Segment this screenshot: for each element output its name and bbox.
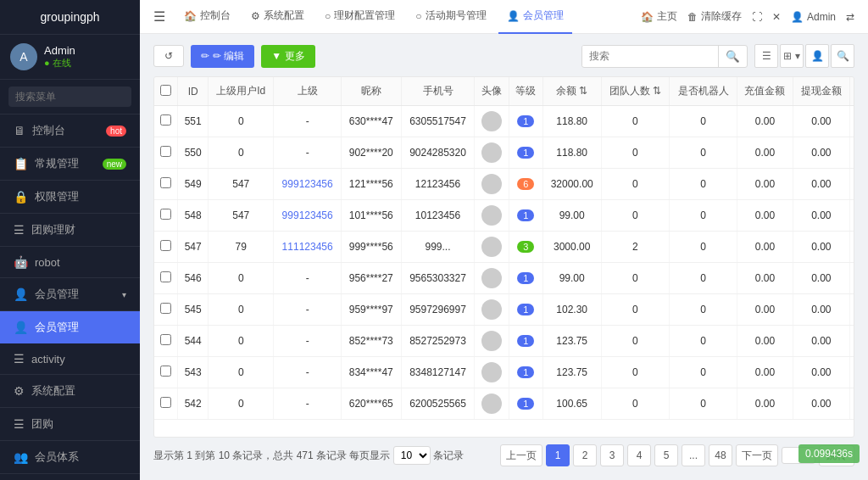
cell-phone: 6200525565: [401, 388, 475, 420]
page-2-button[interactable]: 2: [573, 444, 597, 466]
tab-member-mgmt[interactable]: 👤 会员管理: [498, 0, 572, 34]
cell-invite: 0: [849, 357, 854, 388]
cell-invite: 0: [849, 326, 854, 357]
row-checkbox[interactable]: [160, 240, 171, 251]
tab-dashboard[interactable]: 🏠 控制台: [175, 0, 239, 34]
table-body: 551 0 - 630****47 6305517547 1 118.80 0 …: [154, 106, 854, 420]
cell-recharge: 0.00: [737, 263, 793, 294]
row-checkbox[interactable]: [160, 397, 171, 408]
search-button[interactable]: 🔍: [718, 46, 747, 67]
tab-system-config[interactable]: ⚙ 系统配置: [242, 0, 313, 34]
user-icon: 👤: [507, 10, 520, 22]
cell-team: 0: [601, 200, 670, 232]
main-content: ☰ 🏠 控制台 ⚙ 系统配置 ○ 理财配置管理 ○ 活动期号管理 👤 会员管理: [140, 0, 868, 480]
cell-id: 549: [178, 169, 209, 200]
admin-avatar[interactable]: 👤 Admin: [791, 11, 836, 23]
page-1-button[interactable]: 1: [546, 444, 570, 466]
cell-phone: 12123456: [401, 169, 475, 200]
cell-avatar: [475, 388, 509, 420]
cell-robot: 0: [670, 326, 737, 357]
expand-icon[interactable]: ✕: [772, 11, 781, 23]
page-4-button[interactable]: 4: [627, 444, 651, 466]
tab-label: 会员管理: [523, 8, 564, 23]
row-checkbox[interactable]: [160, 177, 171, 188]
data-table-wrap: ID 上级用户Id 上级 昵称 手机号 头像 等级 余额 ⇅ 团队人数 ⇅ 是否…: [153, 76, 854, 438]
cell-invite: 0: [849, 200, 854, 232]
user-filter-button[interactable]: 👤: [805, 44, 829, 68]
search-input[interactable]: [582, 46, 718, 66]
col-team: 团队人数 ⇅: [601, 77, 670, 106]
sidebar-item-member-group[interactable]: 👤 会员管理 ▾: [0, 278, 140, 311]
page-size-select[interactable]: 10 20 50: [393, 446, 431, 465]
cell-withdraw: 0.00: [793, 106, 849, 137]
parent-link[interactable]: 999123456: [282, 209, 333, 221]
user-name: Admin: [44, 44, 75, 57]
more-button[interactable]: ▼ 更多: [261, 45, 314, 68]
cell-withdraw: 0.00: [793, 294, 849, 326]
share-icon[interactable]: ⇄: [846, 11, 854, 23]
sidebar-item-robot[interactable]: 🤖 robot: [0, 247, 140, 278]
col-robot: 是否机器人: [670, 77, 737, 106]
prev-page-button[interactable]: 上一页: [500, 444, 542, 466]
tab-label: 理财配置管理: [334, 8, 395, 23]
row-checkbox[interactable]: [160, 146, 171, 157]
row-checkbox[interactable]: [160, 334, 171, 345]
row-checkbox[interactable]: [160, 209, 171, 220]
sidebar-item-dashboard[interactable]: 🖥 控制台 hot: [0, 114, 140, 148]
page-last-button[interactable]: 48: [709, 444, 732, 466]
member-system-icon: 👥: [14, 450, 28, 464]
sidebar-item-group-finance[interactable]: ☰ 团购理财: [0, 214, 140, 247]
sidebar-item-general[interactable]: 📋 常规管理 new: [0, 148, 140, 181]
cell-parent-id: 0: [209, 294, 274, 326]
fullscreen-button[interactable]: ⛶: [752, 11, 762, 23]
sidebar-item-label: 会员管理: [35, 320, 126, 335]
cell-id: 544: [178, 326, 209, 357]
level-badge: 1: [517, 115, 534, 127]
sidebar-item-member-system[interactable]: 👥 会员体系: [0, 441, 140, 474]
cell-recharge: 0.00: [737, 326, 793, 357]
tab-activity-period[interactable]: ○ 活动期号管理: [407, 0, 494, 34]
sidebar-item-permission[interactable]: 🔒 权限管理: [0, 181, 140, 214]
sidebar-item-member-mgmt[interactable]: 👤 会员管理: [0, 311, 140, 343]
row-checkbox[interactable]: [160, 271, 171, 282]
sidebar-item-recharge-rules[interactable]: ☰ 充值规程: [0, 474, 140, 480]
clear-cache-button[interactable]: 🗑 清除缓存: [687, 9, 742, 24]
row-checkbox[interactable]: [160, 366, 171, 377]
refresh-button[interactable]: ↺: [153, 45, 184, 67]
sidebar-item-group-buy[interactable]: ☰ 团购: [0, 408, 140, 441]
data-table: ID 上级用户Id 上级 昵称 手机号 头像 等级 余额 ⇅ 团队人数 ⇅ 是否…: [154, 77, 854, 420]
sidebar-item-system-config[interactable]: ⚙ 系统配置: [0, 375, 140, 408]
cell-team: 0: [601, 388, 670, 420]
cell-balance: 102.30: [542, 294, 601, 326]
sidebar-item-activity[interactable]: ☰ activity: [0, 343, 140, 375]
parent-link[interactable]: 999123456: [282, 178, 333, 190]
cell-avatar: [475, 357, 509, 388]
page-5-button[interactable]: 5: [654, 444, 678, 466]
cell-checkbox: [154, 388, 178, 420]
cell-parent-id: 0: [209, 263, 274, 294]
new-badge: new: [103, 159, 126, 170]
tab-finance-config[interactable]: ○ 理财配置管理: [316, 0, 403, 34]
parent-link[interactable]: 111123456: [282, 241, 333, 253]
cell-parent: -: [274, 388, 341, 420]
row-checkbox[interactable]: [160, 114, 171, 126]
edit-button[interactable]: ✏ ✏ 编辑: [191, 45, 254, 68]
next-page-button[interactable]: 下一页: [736, 444, 778, 466]
grid-view-button[interactable]: ⊞ ▾: [780, 44, 804, 68]
search-view-button[interactable]: 🔍: [831, 44, 854, 68]
home-button[interactable]: 🏠 主页: [641, 9, 677, 24]
cell-parent: -: [274, 106, 341, 137]
col-recharge: 充值金额: [737, 77, 793, 106]
table-row: 542 0 - 620****65 6200525565 1 100.65 0 …: [154, 388, 854, 420]
avatar: [481, 174, 502, 194]
sidebar-search-input[interactable]: [8, 87, 131, 107]
cell-team: 0: [601, 106, 670, 137]
circle-icon: ○: [325, 10, 331, 22]
cell-balance: 100.65: [542, 388, 601, 420]
page-3-button[interactable]: 3: [600, 444, 624, 466]
row-checkbox[interactable]: [160, 303, 171, 314]
select-all-checkbox[interactable]: [160, 85, 171, 96]
list-view-button[interactable]: ☰: [754, 44, 778, 68]
menu-toggle-icon[interactable]: ☰: [153, 8, 165, 25]
cell-checkbox: [154, 232, 178, 263]
